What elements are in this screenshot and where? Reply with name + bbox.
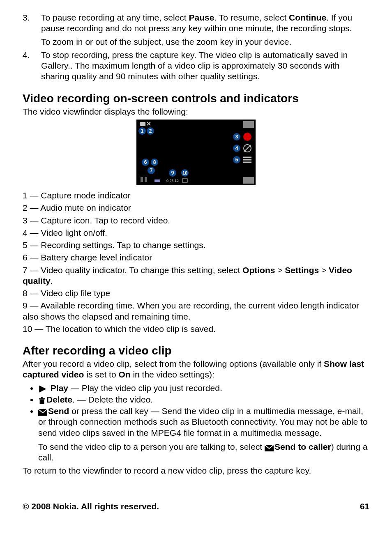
svg-text:9: 9 xyxy=(171,170,174,176)
step-4: 4. To stop recording, press the capture … xyxy=(23,50,369,82)
text: . xyxy=(51,276,53,285)
play-label: Play xyxy=(51,383,68,393)
svg-text:6: 6 xyxy=(144,159,147,165)
svg-marker-35 xyxy=(39,385,46,393)
indicator-10: 10 — The location to which the video cli… xyxy=(23,324,369,334)
svg-text:3: 3 xyxy=(235,134,238,140)
indicator-8: 8 — Video clip file type xyxy=(23,288,369,299)
indicator-3: 3 — Capture icon. Tap to record video. xyxy=(23,215,369,226)
step-4-number: 4. xyxy=(23,50,41,82)
continue-label: Continue xyxy=(289,13,326,22)
settings-label: Settings xyxy=(285,265,319,275)
svg-text:0:23:12: 0:23:12 xyxy=(166,179,179,183)
trash-icon xyxy=(38,396,46,404)
svg-point-10 xyxy=(243,133,251,141)
svg-rect-2 xyxy=(243,177,254,184)
send-label: Send xyxy=(48,406,69,416)
svg-text:2: 2 xyxy=(149,128,152,134)
text: > xyxy=(275,265,285,275)
text: To send the video clip to a person you a… xyxy=(38,442,265,451)
list-item-play: Play — Play the video clip you just reco… xyxy=(38,383,369,393)
page-number: 61 xyxy=(360,501,369,512)
delete-label: Delete xyxy=(46,395,72,404)
step-4-text: To stop recording, press the capture key… xyxy=(41,50,369,82)
list-item-send: Send or press the call key — Send the vi… xyxy=(38,406,369,463)
indicator-5: 5 — Recording settings. Tap to change se… xyxy=(23,240,369,251)
indicator-9: 9 — Available recording time. When you a… xyxy=(23,300,369,322)
indicator-6: 6 — Battery charge level indicator xyxy=(23,252,369,263)
play-icon xyxy=(38,384,47,393)
step-3: 3. To pause recording at any time, selec… xyxy=(23,12,369,47)
text: . To resume, select xyxy=(214,13,289,22)
page-footer: © 2008 Nokia. All rights reserved. 61 xyxy=(23,501,369,512)
svg-rect-36 xyxy=(40,400,44,404)
svg-text:10: 10 xyxy=(182,170,187,175)
pause-label: Pause xyxy=(189,13,214,22)
svg-rect-28 xyxy=(154,179,160,182)
send-to-caller-para: To send the video clip to a person you a… xyxy=(38,442,369,463)
svg-rect-26 xyxy=(141,177,143,182)
svg-text:5: 5 xyxy=(235,157,238,163)
svg-text:1: 1 xyxy=(141,128,144,134)
indicator-1: 1 — Capture mode indicator xyxy=(23,190,369,201)
copyright-text: © 2008 Nokia. All rights reserved. xyxy=(23,501,159,512)
svg-text:8: 8 xyxy=(153,159,156,165)
text: or press the call key — Send the video c… xyxy=(38,406,368,437)
viewfinder-svg: 1 2 3 4 5 6 8 7 9 xyxy=(136,120,256,185)
after-options-list: Play — Play the video clip you just reco… xyxy=(23,383,369,463)
text: in the video settings): xyxy=(131,370,214,379)
heading-onscreen-controls: Video recording on-screen controls and i… xyxy=(23,91,369,106)
text: To pause recording at any time, select xyxy=(41,13,189,22)
svg-rect-1 xyxy=(243,121,254,128)
text: is set to xyxy=(84,370,118,379)
svg-rect-27 xyxy=(145,177,147,182)
text: 7 — Video quality indicator. To change t… xyxy=(23,265,242,275)
svg-rect-37 xyxy=(39,398,45,400)
text: > xyxy=(319,265,329,275)
on-label: On xyxy=(118,370,130,379)
envelope-icon xyxy=(38,407,47,416)
after-intro: After you record a video clip, select fr… xyxy=(23,359,369,380)
envelope-icon xyxy=(265,443,274,451)
intro-viewfinder: The video viewfinder displays the follow… xyxy=(23,106,369,117)
svg-text:7: 7 xyxy=(150,168,153,173)
svg-rect-0 xyxy=(136,120,256,185)
step-3-para2: To zoom in or out of the subject, use th… xyxy=(41,37,369,47)
send-to-caller-label: Send to caller xyxy=(274,442,331,451)
heading-after-recording: After recording a video clip xyxy=(23,343,369,358)
text: — Play the video clip you just recorded. xyxy=(68,383,222,393)
options-label: Options xyxy=(242,265,275,275)
indicator-7: 7 — Video quality indicator. To change t… xyxy=(23,265,369,287)
list-item-delete: Delete. — Delete the video. xyxy=(38,394,369,405)
indicator-2: 2 — Audio mute on indicator xyxy=(23,202,369,213)
viewfinder-figure: 1 2 3 4 5 6 8 7 9 xyxy=(23,120,369,188)
text: — Delete the video. xyxy=(75,395,153,404)
step-3-number: 3. xyxy=(23,12,41,47)
indicator-4: 4 — Video light on/off. xyxy=(23,228,369,238)
svg-rect-3 xyxy=(140,122,145,126)
svg-rect-38 xyxy=(41,397,43,398)
return-to-viewfinder-text: To return to the viewfinder to record a … xyxy=(23,465,369,476)
text: After you record a video clip, select fr… xyxy=(23,359,324,368)
svg-text:4: 4 xyxy=(235,145,238,151)
